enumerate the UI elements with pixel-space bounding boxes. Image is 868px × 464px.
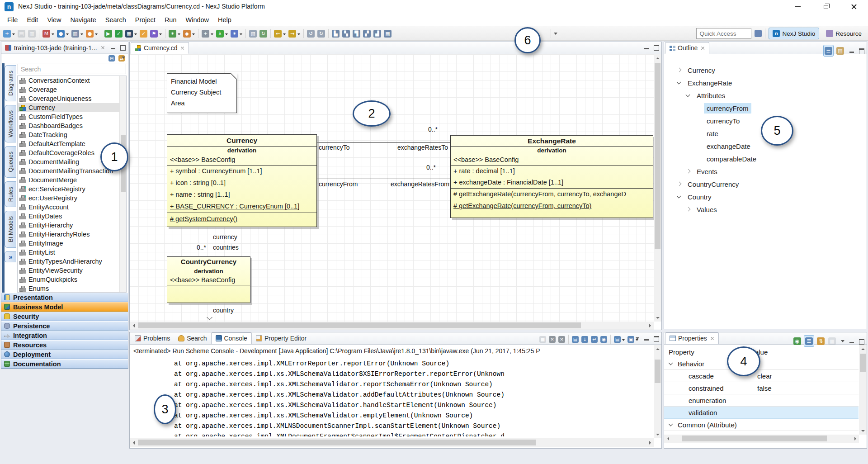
generator-icon[interactable]: ✶	[168, 28, 181, 39]
class-box-country-currency[interactable]: CountryCurrency derivation <<base>> Base…	[167, 256, 250, 303]
filter-icon[interactable]: ▤	[835, 45, 845, 57]
vertical-tab[interactable]: Queues	[5, 146, 16, 178]
scroll-down-arrow[interactable]	[859, 427, 867, 435]
package-icon[interactable]: ◆	[182, 28, 196, 39]
close-tab-icon[interactable]	[180, 46, 184, 50]
toolbar-icon[interactable]	[198, 29, 198, 38]
menu-item[interactable]: Edit	[22, 14, 42, 25]
align-right-icon[interactable]: ▜	[352, 28, 361, 39]
maximize-panel-button[interactable]	[653, 44, 659, 50]
scheme-console-icon[interactable]: λ	[215, 28, 229, 39]
toolbar-icon[interactable]	[165, 29, 165, 38]
outline-tab[interactable]: Outline	[665, 42, 709, 54]
search-input[interactable]	[18, 64, 126, 74]
role-label[interactable]: exchangeRatesTo	[397, 144, 448, 151]
scroll-right-arrow[interactable]	[851, 435, 859, 443]
globe-icon[interactable]: ●	[56, 28, 70, 39]
upgrade-icon[interactable]: ⚑	[149, 28, 163, 39]
list-item[interactable]: ecr:UserRegistry	[18, 194, 126, 203]
vertical-tab[interactable]: BI Models	[5, 211, 16, 248]
quick-access-input[interactable]	[696, 28, 751, 39]
toolbar-overflow-button[interactable]	[551, 28, 557, 39]
validate-icon[interactable]: ✓	[114, 28, 123, 39]
toolbar-icon[interactable]	[303, 29, 304, 38]
class-attribute[interactable]: + icon : string [0..1]	[167, 177, 316, 189]
list-item[interactable]: ConversationContext	[18, 76, 126, 85]
outline-node[interactable]: exchangeDate	[664, 140, 867, 152]
close-tab-icon[interactable]	[101, 46, 105, 50]
category-bar[interactable]: Security	[1, 312, 128, 321]
chevron-icon[interactable]	[676, 80, 682, 86]
outline-node[interactable]: ExchangeRate	[664, 76, 867, 89]
property-row[interactable]: validation	[664, 407, 859, 419]
menu-item[interactable]: Search	[101, 14, 131, 25]
list-item[interactable]: ecr:ServiceRegistry	[18, 185, 126, 194]
properties-horizontal-scrollbar[interactable]	[664, 435, 859, 443]
list-item[interactable]: Enums	[18, 284, 126, 293]
vertical-tab[interactable]: Rules	[5, 181, 16, 207]
scroll-left-arrow[interactable]	[664, 435, 672, 443]
list-scrollbar[interactable]	[119, 76, 126, 292]
model-library-icon[interactable]: M	[42, 28, 55, 39]
role-label[interactable]: currencyFrom	[319, 180, 358, 188]
maximize-panel-button[interactable]	[653, 336, 659, 341]
toolbar-icon[interactable]	[328, 29, 329, 38]
outline-node[interactable]: CountryCurrency	[664, 178, 867, 190]
list-item[interactable]: EntityDates	[18, 212, 126, 221]
align-left-icon[interactable]: ▙	[331, 28, 340, 39]
editor-horizontal-scrollbar[interactable]	[130, 322, 654, 330]
class-operation[interactable]: # getSystemCurrency()	[167, 213, 316, 225]
toolbar-icon[interactable]	[270, 29, 271, 38]
property-row[interactable]: cascade clear	[664, 370, 859, 382]
snap-grid-icon[interactable]: ▦	[383, 28, 392, 39]
run-icon[interactable]: ▶	[104, 28, 113, 39]
back-icon[interactable]: ←	[273, 28, 287, 39]
close-tab-icon[interactable]	[710, 336, 714, 341]
scrollbar-thumb[interactable]	[682, 436, 827, 441]
class-attribute[interactable]: + exchangeDate : FinancialDate [1..1]	[451, 177, 653, 188]
user-icon[interactable]: ●	[85, 28, 99, 39]
role-label[interactable]: exchangeRatesFrom	[391, 180, 449, 188]
menu-item[interactable]: Project	[131, 14, 160, 25]
category-bar[interactable]: Business Model	[1, 302, 128, 312]
scroll-up-arrow[interactable]	[654, 54, 661, 62]
remove-launch-icon[interactable]: ✕	[548, 335, 557, 344]
list-item[interactable]: Currency	[18, 103, 126, 112]
menu-item[interactable]: File	[3, 14, 22, 25]
show-advanced-icon[interactable]: ⇅	[816, 335, 826, 347]
role-label[interactable]: currency	[213, 233, 237, 241]
scroll-up-arrow[interactable]	[654, 345, 661, 353]
panel-tab[interactable]: Search	[174, 332, 211, 344]
scrollbar-thumb[interactable]	[655, 63, 660, 249]
console-tool-icon[interactable]	[610, 335, 611, 344]
close-window-button[interactable]	[840, 0, 868, 14]
vertical-tab[interactable]: Workflows	[5, 105, 16, 143]
new-wizard-icon[interactable]: +	[2, 28, 16, 39]
list-item[interactable]: DocumentMerge	[18, 175, 126, 185]
editor-vertical-scrollbar[interactable]	[654, 54, 661, 322]
menu-item[interactable]: Help	[213, 14, 236, 25]
terminate-icon[interactable]: ■	[538, 335, 547, 344]
save-icon[interactable]: ▤	[17, 28, 26, 39]
list-item[interactable]: EntityAccount	[18, 203, 126, 212]
category-bar[interactable]: Deployment	[1, 350, 128, 359]
toolbar-icon[interactable]	[101, 29, 101, 38]
category-bar[interactable]: Persistence	[1, 321, 128, 331]
distribute-vertical-icon[interactable]: ▟	[373, 28, 382, 39]
metadata-check-icon[interactable]: ✓	[139, 28, 148, 39]
list-item[interactable]: DashboardBadges	[18, 121, 126, 130]
minimize-window-button[interactable]	[784, 0, 812, 14]
category-bar[interactable]: Presentation	[1, 293, 128, 302]
list-item[interactable]: CustomFieldTypes	[18, 112, 126, 121]
remove-all-launches-icon[interactable]: ✕	[557, 335, 566, 344]
editor-tab-currency[interactable]: Currency.cd	[131, 42, 189, 54]
scrollbar-thumb[interactable]	[655, 360, 660, 383]
scroll-lock-icon[interactable]: ↓	[580, 335, 589, 344]
refresh-icon[interactable]: ↻	[259, 28, 268, 39]
console-output[interactable]: at org.apache.xerces.impl.XMLErrorReport…	[133, 359, 652, 436]
list-item[interactable]: EntityList	[18, 248, 126, 257]
list-item[interactable]: EntityViewSecurity	[18, 266, 126, 275]
scroll-left-arrow[interactable]	[130, 322, 137, 330]
list-item[interactable]: Coverage	[18, 85, 126, 94]
vertical-tab[interactable]: Diagrams	[5, 65, 16, 101]
